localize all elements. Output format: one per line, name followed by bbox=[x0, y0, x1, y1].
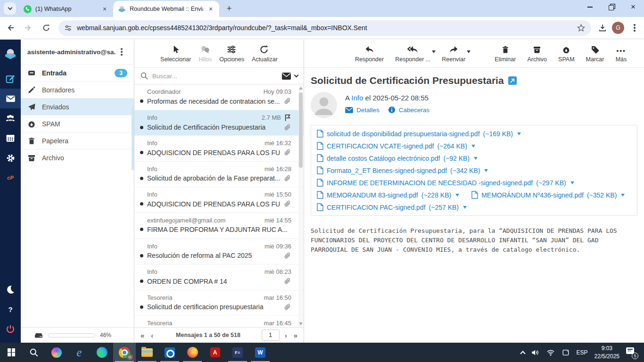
display-icon[interactable] bbox=[561, 349, 570, 356]
forward-dropdown-icon[interactable] bbox=[467, 50, 471, 53]
attachment-menu-caret-icon[interactable] bbox=[621, 194, 625, 197]
contacts-nav-button[interactable] bbox=[0, 108, 21, 128]
refresh-button[interactable]: Actualizar bbox=[252, 45, 278, 63]
scope-envelope-icon[interactable] bbox=[282, 73, 291, 80]
close-icon[interactable] bbox=[101, 5, 108, 13]
language-indicator[interactable]: ESP bbox=[577, 349, 588, 356]
attachment-menu-caret-icon[interactable] bbox=[474, 157, 478, 160]
attachment-link[interactable]: MEMORANDUM 83-signed.pdf (~228 KB) bbox=[317, 191, 459, 199]
edge-button[interactable] bbox=[91, 343, 113, 362]
restore-button[interactable] bbox=[601, 0, 622, 14]
browser-tab-whatsapp[interactable]: (1) WhatsApp bbox=[19, 1, 113, 17]
attachment-link[interactable]: INFORME DE DETERMINACION DE NECESIDAD -s… bbox=[317, 179, 574, 187]
message-list-item[interactable]: Info mié 09:36 Resolución de reforma al … bbox=[134, 239, 304, 265]
internet-explorer-button[interactable]: e bbox=[68, 343, 91, 362]
chrome-button[interactable]: G bbox=[113, 343, 136, 362]
file-explorer-button[interactable] bbox=[136, 343, 158, 362]
open-in-new-window-icon[interactable] bbox=[508, 76, 517, 85]
download-icon[interactable] bbox=[598, 23, 607, 33]
dark-mode-icon[interactable] bbox=[0, 280, 21, 299]
attachment-link[interactable]: CERTIFICACION PAC-signed.pdf (~257 KB) bbox=[317, 203, 467, 211]
recipient-link[interactable]: Info bbox=[351, 94, 363, 102]
attachment-menu-caret-icon[interactable] bbox=[455, 194, 459, 197]
tray-chevron-up-icon[interactable] bbox=[520, 351, 525, 356]
calendar-nav-button[interactable] bbox=[0, 128, 21, 148]
message-list-item[interactable]: Info mié 15:50 ADQUISICION DE PRENDAS PA… bbox=[134, 187, 304, 213]
threads-button[interactable]: Hilos bbox=[198, 45, 212, 63]
back-button[interactable] bbox=[3, 20, 18, 35]
options-button[interactable]: Opciones bbox=[219, 45, 244, 63]
next-page-button[interactable]: › bbox=[283, 331, 289, 339]
folder-entrada[interactable]: Entrada 3 bbox=[21, 64, 134, 81]
folder-spam[interactable]: SPAM bbox=[21, 115, 134, 132]
attachment-menu-caret-icon[interactable] bbox=[517, 132, 521, 135]
forward-button[interactable] bbox=[21, 20, 36, 35]
details-link[interactable]: Detalles bbox=[345, 107, 380, 114]
search-options-chevron-icon[interactable] bbox=[294, 73, 299, 78]
message-list-item[interactable]: Info mié 08:23 ORDEN DE COMPRA # 14 bbox=[134, 264, 304, 290]
search-input[interactable] bbox=[152, 73, 278, 80]
notification-center-icon[interactable]: 5 bbox=[626, 347, 637, 358]
attachment-menu-caret-icon[interactable] bbox=[463, 206, 467, 209]
browser-profile-avatar[interactable]: G bbox=[612, 22, 624, 34]
outlook-button[interactable] bbox=[158, 343, 181, 362]
address-bar[interactable]: webmail.sanjuan.gob.ec/cpsess4485241302/… bbox=[58, 20, 591, 36]
message-list-item[interactable]: Coordinador Hoy 09:03 Proformas de neces… bbox=[134, 84, 304, 110]
account-menu-icon[interactable] bbox=[116, 46, 127, 58]
attachment-menu-caret-icon[interactable] bbox=[570, 181, 574, 184]
browser-menu-icon[interactable] bbox=[629, 22, 640, 33]
firefox-button[interactable] bbox=[181, 343, 204, 362]
acrobat-button[interactable]: A bbox=[204, 343, 226, 362]
site-settings-icon[interactable] bbox=[64, 24, 72, 32]
cpanel-logo[interactable]: cP bbox=[0, 168, 21, 188]
page-number-input[interactable]: 1 bbox=[262, 329, 280, 341]
taskbar-search-button[interactable] bbox=[23, 343, 45, 362]
prev-page-button[interactable]: ‹ bbox=[149, 331, 155, 339]
delete-button[interactable]: Eliminar bbox=[495, 45, 516, 63]
reply-all-button[interactable]: Responder ... bbox=[395, 45, 430, 63]
mail-nav-button[interactable] bbox=[0, 89, 21, 108]
headers-link[interactable]: Cabeceras bbox=[388, 106, 429, 114]
first-page-button[interactable]: « bbox=[139, 331, 146, 339]
minimize-button[interactable] bbox=[579, 0, 601, 14]
folder-papelera[interactable]: Papelera bbox=[21, 132, 134, 149]
attachment-menu-caret-icon[interactable] bbox=[471, 145, 475, 148]
attachment-link[interactable]: solicitud de disponibilidad presupuestar… bbox=[317, 130, 521, 138]
word-button[interactable]: W bbox=[249, 343, 272, 362]
more-button[interactable]: Más bbox=[615, 45, 627, 63]
settings-nav-button[interactable] bbox=[0, 148, 21, 168]
folder-enviados[interactable]: Enviados bbox=[21, 98, 134, 115]
url-text[interactable]: webmail.sanjuan.gob.ec/cpsess4485241302/… bbox=[77, 24, 577, 32]
new-tab-button[interactable] bbox=[223, 2, 235, 15]
compose-button[interactable] bbox=[0, 69, 21, 89]
last-page-button[interactable]: » bbox=[292, 331, 299, 339]
close-window-button[interactable] bbox=[622, 0, 644, 14]
reply-all-dropdown-icon[interactable] bbox=[432, 50, 436, 53]
folder-scrollbar[interactable] bbox=[132, 107, 134, 170]
message-list-item[interactable]: Tesoreria mar 16:45 bbox=[134, 316, 304, 327]
attachment-link[interactable]: Formato_2_ET Bienes-signed-signed.pdf (~… bbox=[317, 166, 488, 174]
attachment-link[interactable]: detalle costos Catálogo electrónico.pdf … bbox=[317, 154, 478, 162]
list-scrollbar[interactable] bbox=[298, 85, 303, 327]
browser-tab-roundcube[interactable]: Roundcube Webmail :: Enviados bbox=[113, 1, 219, 17]
scroll-up-icon[interactable] bbox=[299, 87, 303, 90]
close-icon[interactable] bbox=[207, 5, 215, 13]
attachment-menu-caret-icon[interactable] bbox=[484, 169, 488, 172]
start-button[interactable] bbox=[0, 343, 23, 362]
archive-button[interactable]: Archivo bbox=[527, 45, 547, 63]
copilot-button[interactable] bbox=[45, 343, 68, 362]
scrollbar-thumb[interactable] bbox=[299, 92, 303, 168]
wifi-icon[interactable] bbox=[546, 349, 555, 356]
reply-button[interactable]: Responder bbox=[355, 45, 384, 63]
message-list-item[interactable]: Info mié 16:32 ADQUISICION DE PRENDAS PA… bbox=[134, 136, 304, 162]
attachment-link[interactable]: CERTIFICACION VCATE-signed.pdf (~264 KB) bbox=[317, 142, 475, 150]
bookmark-star-icon[interactable] bbox=[577, 24, 586, 33]
clock[interactable]: 9:03 22/5/2025 bbox=[594, 345, 619, 360]
volume-icon[interactable] bbox=[531, 349, 540, 356]
logout-power-icon[interactable] bbox=[0, 319, 21, 339]
tab-search-button[interactable] bbox=[4, 2, 16, 15]
folder-archivo[interactable]: Archivo bbox=[21, 149, 134, 166]
reload-button[interactable] bbox=[39, 20, 54, 35]
message-list-item[interactable]: Info mié 16:28 Solicitud de aprobación d… bbox=[134, 162, 304, 188]
select-button[interactable]: Seleccionar bbox=[160, 45, 191, 63]
